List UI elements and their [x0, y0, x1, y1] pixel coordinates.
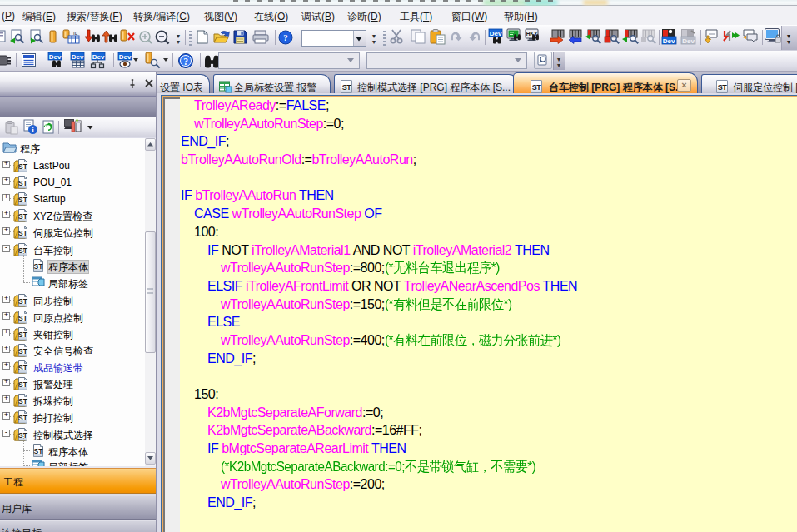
svg-text:Dev: Dev	[119, 53, 132, 61]
svg-text:ST: ST	[18, 179, 28, 187]
svg-text:Dev: Dev	[663, 37, 675, 45]
svg-text:Dev: Dev	[72, 53, 84, 61]
svg-text:ST: ST	[18, 297, 28, 306]
svg-text:?: ?	[183, 57, 188, 67]
svg-text:ST: ST	[34, 262, 44, 271]
svg-text:ST: ST	[18, 347, 28, 355]
svg-text:ST: ST	[18, 364, 28, 372]
svg-text:Dev: Dev	[49, 53, 62, 61]
svg-text:Dev: Dev	[92, 53, 105, 61]
svg-text:ST: ST	[18, 196, 28, 204]
svg-text:ST: ST	[34, 447, 44, 455]
svg-text:?: ?	[283, 32, 288, 42]
svg-text:ST: ST	[18, 380, 28, 389]
svg-text:IL: IL	[73, 31, 78, 36]
svg-text:ST: ST	[18, 212, 28, 221]
svg-text:Dev: Dev	[490, 30, 502, 37]
svg-text:ST: ST	[18, 229, 28, 237]
svg-text:ST: ST	[18, 331, 28, 339]
svg-text:ST: ST	[18, 414, 28, 422]
svg-text:ST: ST	[18, 314, 28, 322]
svg-text:Dev: Dev	[682, 37, 695, 45]
svg-text:ST: ST	[18, 397, 28, 405]
svg-text:ST: ST	[18, 162, 28, 171]
